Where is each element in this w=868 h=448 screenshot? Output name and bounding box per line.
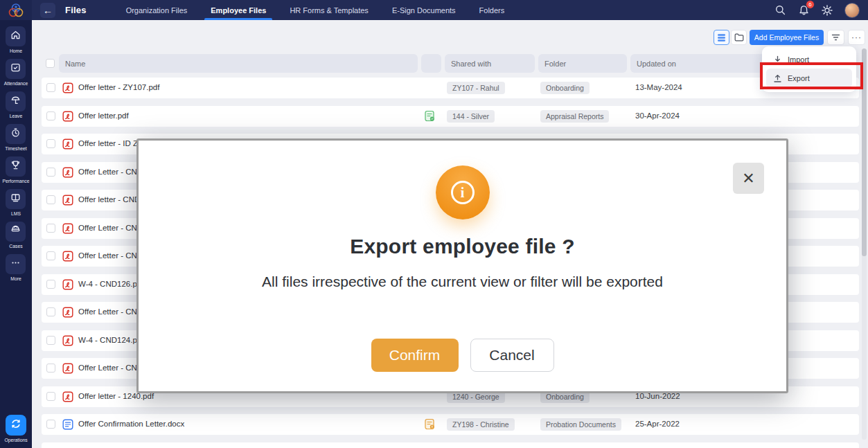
header-folder[interactable]: Folder [538, 54, 627, 73]
pdf-file-icon [62, 307, 73, 318]
tab-employee-files[interactable]: Employee Files [199, 0, 278, 20]
tab-folders[interactable]: Folders [468, 0, 517, 20]
table-header: Name Shared with Folder Updated on [32, 54, 868, 73]
file-name[interactable]: W-4 - CND124.pdf [78, 336, 143, 344]
pdf-file-icon [62, 279, 73, 290]
pdf-file-icon [62, 195, 73, 206]
more-options-button[interactable]: ··· [848, 30, 865, 45]
row-checkbox[interactable] [46, 195, 55, 204]
tab-e-sign-documents[interactable]: E-Sign Documents [380, 0, 468, 20]
updated-on: 13-May-2024 [635, 83, 682, 91]
sidebar-item-timesheet[interactable]: Timesheet [3, 124, 30, 152]
page-title: Files [65, 5, 87, 15]
tab-hr-forms-templates[interactable]: HR Forms & Templates [278, 0, 380, 20]
confirm-button[interactable]: Confirm [371, 339, 459, 372]
pdf-file-icon [62, 391, 73, 402]
updated-on: 25-Apr-2022 [635, 420, 680, 428]
table-row[interactable]: Offer letter - ZY107.pdf ZY107 - Rahul O… [42, 78, 859, 98]
menu-item-label: Export [788, 74, 810, 82]
dialog-title: Export employee file ? [139, 235, 786, 258]
row-checkbox[interactable] [46, 224, 55, 233]
docx-file-icon [62, 419, 73, 430]
row-checkbox[interactable] [46, 307, 55, 316]
row-checkbox[interactable] [46, 168, 55, 177]
header-name[interactable]: Name [59, 54, 418, 73]
tab-organization-files[interactable]: Organization Files [114, 0, 200, 20]
table-row[interactable]: Offer letter.pdf 144 - Silver Appraisal … [42, 106, 859, 127]
pdf-file-icon [62, 138, 73, 150]
row-checkbox[interactable] [46, 280, 55, 289]
export-import-menu: Import Export [762, 46, 856, 92]
add-employee-files-button[interactable]: Add Employee Files [750, 30, 824, 45]
row-checkbox[interactable] [46, 251, 55, 260]
row-checkbox[interactable] [46, 111, 55, 120]
cancel-button[interactable]: Cancel [470, 339, 554, 372]
pdf-file-icon [62, 167, 73, 178]
sidebar-label-operations: Operations [4, 438, 27, 442]
more-icon [10, 258, 21, 271]
cases-icon [10, 225, 21, 238]
select-all-checkbox[interactable] [46, 59, 55, 68]
sidebar-item-label: LMS [11, 211, 21, 216]
back-button[interactable]: ← [40, 3, 55, 18]
sidebar-item-label: Leave [10, 114, 23, 118]
file-name[interactable]: Offer letter - CND1 [78, 195, 145, 204]
sidebar-item-label: Home [10, 48, 22, 53]
scrollbar[interactable] [862, 48, 867, 440]
operations-icon [10, 418, 21, 432]
folder-badge: Appraisal Reports [540, 110, 609, 123]
sidebar-item-label: More [10, 276, 21, 281]
file-name[interactable]: Offer Confirmation Letter.docx [78, 420, 184, 428]
list-toolbar: Add Employee Files ··· [32, 30, 868, 46]
notifications-bell-icon[interactable]: 6 [797, 4, 810, 17]
home-icon [10, 30, 21, 43]
search-icon[interactable] [774, 4, 786, 17]
pdf-file-icon [62, 82, 73, 93]
export-confirmation-dialog: ✕ i Export employee file ? All files irr… [136, 138, 788, 393]
row-checkbox[interactable] [46, 139, 55, 148]
filter-icon[interactable] [827, 30, 844, 45]
file-name[interactable]: Offer letter - ZY107.pdf [78, 83, 159, 91]
row-checkbox[interactable] [46, 336, 55, 345]
header-shared-with[interactable]: Shared with [445, 54, 535, 73]
sidebar-item-leave[interactable]: Leave [3, 91, 30, 120]
gear-icon[interactable] [821, 4, 833, 17]
sidebar-item-operations[interactable]: Operations [0, 415, 32, 444]
user-avatar[interactable] [844, 3, 860, 18]
app-logo[interactable] [0, 0, 32, 20]
table-row[interactable]: Offer Confirmation Letter.docx ZY198 - C… [42, 414, 859, 435]
import-icon [773, 55, 782, 64]
close-icon[interactable]: ✕ [733, 163, 764, 194]
sidebar-item-performance[interactable]: Performance [3, 156, 30, 185]
timesheet-icon [10, 127, 21, 141]
folder-view-toggle[interactable] [731, 30, 747, 45]
sidebar-item-lms[interactable]: LMS [3, 189, 30, 217]
row-checkbox[interactable] [46, 83, 55, 92]
file-name[interactable]: Offer letter.pdf [78, 111, 129, 120]
sidebar-item-cases[interactable]: Cases [3, 222, 30, 250]
esign-status-icon [424, 110, 436, 123]
row-checkbox[interactable] [46, 420, 55, 429]
sidebar-item-label: Timesheet [5, 146, 26, 151]
file-name[interactable]: W-4 - CND126.pdf [78, 280, 143, 288]
menu-item-export[interactable]: Export [766, 69, 852, 88]
sidebar-item-label: Cases [9, 244, 22, 249]
sidebar-item-more[interactable]: More [3, 254, 30, 283]
sidebar-item-home[interactable]: Home [3, 26, 30, 55]
row-checkbox[interactable] [46, 364, 55, 373]
scrollbar-thumb[interactable] [862, 48, 867, 256]
table-row[interactable] [42, 442, 859, 448]
row-checkbox[interactable] [46, 392, 55, 401]
export-icon [773, 74, 782, 83]
sidebar: Home Attendance Leave Timesheet Performa… [0, 20, 32, 448]
shared-with-badge: ZY107 - Rahul [447, 82, 505, 94]
lms-icon [10, 192, 21, 206]
nav-tabs: Organization FilesEmployee FilesHR Forms… [114, 0, 517, 20]
menu-item-import[interactable]: Import [766, 51, 852, 69]
pdf-file-icon [62, 111, 73, 122]
shared-with-badge: ZY198 - Christine [447, 418, 515, 431]
sidebar-item-attendance[interactable]: Attendance [3, 59, 30, 87]
dialog-message: All files irrespective of the current vi… [139, 274, 786, 290]
pdf-file-icon [62, 335, 73, 346]
list-view-toggle[interactable] [714, 30, 729, 45]
